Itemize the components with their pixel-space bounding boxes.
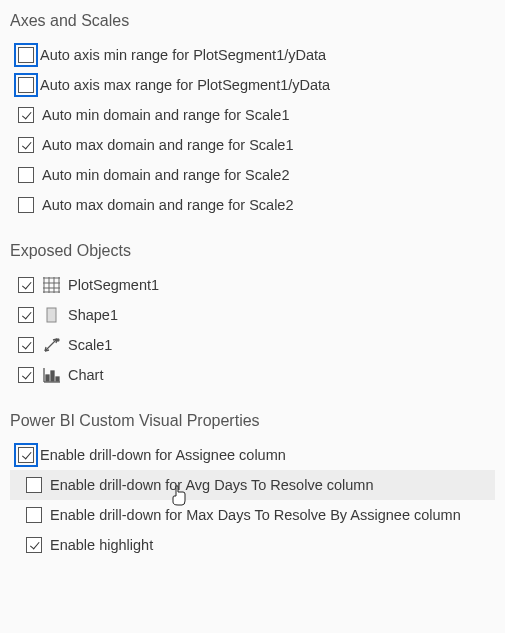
row-label: Enable drill-down for Assignee column: [40, 447, 286, 463]
pbi-list: Enable drill-down for Assignee column En…: [10, 440, 495, 560]
row-label: Auto max domain and range for Scale2: [42, 197, 293, 213]
pbi-row[interactable]: Enable drill-down for Max Days To Resolv…: [10, 500, 495, 530]
row-label: Shape1: [68, 307, 118, 323]
chart-icon: [40, 365, 64, 385]
row-label: Enable highlight: [50, 537, 153, 553]
checkbox[interactable]: [12, 191, 40, 219]
row-label: Scale1: [68, 337, 112, 353]
section-title-axes: Axes and Scales: [10, 12, 495, 30]
svg-line-9: [45, 339, 57, 351]
rect-icon: [40, 305, 64, 325]
row-label: Auto min domain and range for Scale1: [42, 107, 289, 123]
checkbox[interactable]: [12, 301, 40, 329]
row-label: Auto max domain and range for Scale1: [42, 137, 293, 153]
row-label: Auto min domain and range for Scale2: [42, 167, 289, 183]
svg-rect-17: [46, 375, 49, 381]
checkbox[interactable]: [12, 71, 40, 99]
row-label: PlotSegment1: [68, 277, 159, 293]
axes-row[interactable]: Auto axis min range for PlotSegment1/yDa…: [10, 40, 495, 70]
row-label: Auto axis min range for PlotSegment1/yDa…: [40, 47, 326, 63]
checkbox[interactable]: [12, 101, 40, 129]
row-label: Enable drill-down for Avg Days To Resolv…: [50, 477, 373, 493]
section-title-exposed: Exposed Objects: [10, 242, 495, 260]
exposed-row[interactable]: Shape1: [10, 300, 495, 330]
svg-rect-8: [47, 308, 56, 322]
axes-row[interactable]: Auto min domain and range for Scale2: [10, 160, 495, 190]
settings-panel: Axes and Scales Auto axis min range for …: [0, 0, 505, 570]
checkbox[interactable]: [12, 131, 40, 159]
section-title-pbi: Power BI Custom Visual Properties: [10, 412, 495, 430]
exposed-list: PlotSegment1 Shape1 Scale1: [10, 270, 495, 390]
svg-point-14: [57, 339, 59, 341]
checkbox[interactable]: [12, 361, 40, 389]
checkbox[interactable]: [20, 501, 48, 529]
row-label: Chart: [68, 367, 103, 383]
axes-row[interactable]: Auto max domain and range for Scale2: [10, 190, 495, 220]
row-label: Enable drill-down for Max Days To Resolv…: [50, 507, 461, 523]
pbi-row[interactable]: Enable drill-down for Avg Days To Resolv…: [10, 470, 495, 500]
scale-icon: [40, 335, 64, 355]
checkbox[interactable]: [12, 441, 40, 469]
checkbox[interactable]: [12, 331, 40, 359]
row-label: Auto axis max range for PlotSegment1/yDa…: [40, 77, 330, 93]
svg-rect-18: [51, 371, 54, 381]
axes-row[interactable]: Auto max domain and range for Scale1: [10, 130, 495, 160]
svg-rect-19: [56, 377, 59, 381]
checkbox[interactable]: [20, 471, 48, 499]
checkbox[interactable]: [20, 531, 48, 559]
axes-row[interactable]: Auto min domain and range for Scale1: [10, 100, 495, 130]
grid-icon: [40, 275, 64, 295]
exposed-row[interactable]: Chart: [10, 360, 495, 390]
exposed-row[interactable]: PlotSegment1: [10, 270, 495, 300]
axes-list: Auto axis min range for PlotSegment1/yDa…: [10, 40, 495, 220]
pbi-row[interactable]: Enable highlight: [10, 530, 495, 560]
axes-row[interactable]: Auto axis max range for PlotSegment1/yDa…: [10, 70, 495, 100]
pbi-row[interactable]: Enable drill-down for Assignee column: [10, 440, 495, 470]
checkbox[interactable]: [12, 161, 40, 189]
checkbox[interactable]: [12, 41, 40, 69]
exposed-row[interactable]: Scale1: [10, 330, 495, 360]
checkbox[interactable]: [12, 271, 40, 299]
